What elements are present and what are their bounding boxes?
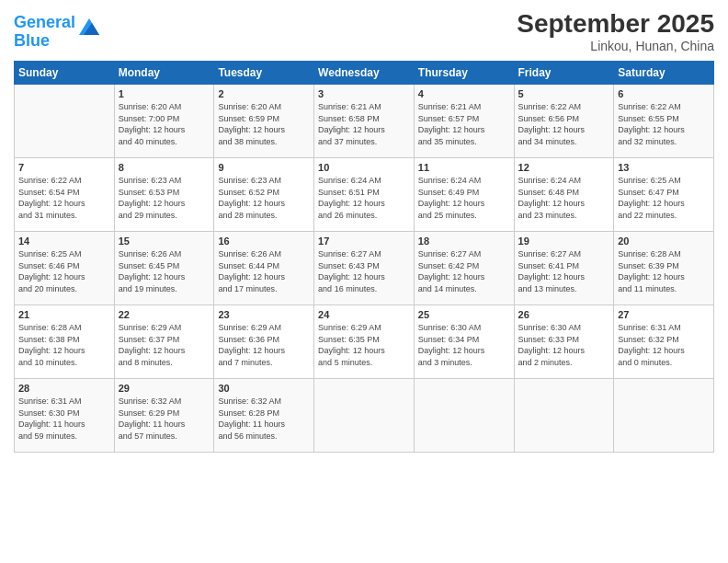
calendar-cell [15,85,115,158]
main-title: September 2025 [517,9,714,39]
day-number: 13 [618,162,710,173]
day-number: 19 [518,236,610,247]
calendar-cell [614,379,714,453]
calendar-cell: 18Sunrise: 6:27 AM Sunset: 6:42 PM Dayli… [414,232,514,305]
week-row-4: 21Sunrise: 6:28 AM Sunset: 6:38 PM Dayli… [15,305,714,379]
day-number: 1 [119,88,210,99]
calendar-cell: 26Sunrise: 6:30 AM Sunset: 6:33 PM Dayli… [514,305,614,379]
day-info: Sunrise: 6:21 AM Sunset: 6:57 PM Dayligh… [418,101,510,147]
day-number: 14 [18,236,110,247]
day-info: Sunrise: 6:29 AM Sunset: 6:37 PM Dayligh… [119,322,210,368]
calendar-cell: 23Sunrise: 6:29 AM Sunset: 6:36 PM Dayli… [214,305,314,379]
day-info: Sunrise: 6:22 AM Sunset: 6:56 PM Dayligh… [518,101,610,147]
logo-icon [79,18,99,39]
day-number: 29 [119,383,210,394]
calendar-cell [314,379,415,453]
calendar-cell: 5Sunrise: 6:22 AM Sunset: 6:56 PM Daylig… [514,85,614,158]
calendar-table: SundayMondayTuesdayWednesdayThursdayFrid… [14,61,714,453]
calendar-cell: 16Sunrise: 6:26 AM Sunset: 6:44 PM Dayli… [214,232,314,305]
week-row-5: 28Sunrise: 6:31 AM Sunset: 6:30 PM Dayli… [15,379,714,453]
day-info: Sunrise: 6:27 AM Sunset: 6:43 PM Dayligh… [318,248,410,294]
logo-line2: Blue [14,31,50,50]
day-number: 25 [418,309,510,320]
day-number: 2 [218,88,310,99]
subtitle: Linkou, Hunan, China [517,39,714,53]
calendar-cell: 13Sunrise: 6:25 AM Sunset: 6:47 PM Dayli… [614,158,714,232]
calendar-cell: 25Sunrise: 6:30 AM Sunset: 6:34 PM Dayli… [414,305,514,379]
column-header-wednesday: Wednesday [314,62,415,85]
column-header-tuesday: Tuesday [214,62,314,85]
day-number: 27 [618,309,710,320]
day-number: 20 [618,236,710,247]
calendar-cell: 24Sunrise: 6:29 AM Sunset: 6:35 PM Dayli… [314,305,415,379]
logo: General Blue [14,14,99,51]
calendar-cell: 22Sunrise: 6:29 AM Sunset: 6:37 PM Dayli… [114,305,214,379]
day-info: Sunrise: 6:31 AM Sunset: 6:30 PM Dayligh… [18,396,110,442]
column-header-monday: Monday [114,62,214,85]
day-info: Sunrise: 6:24 AM Sunset: 6:49 PM Dayligh… [418,175,510,221]
day-info: Sunrise: 6:28 AM Sunset: 6:39 PM Dayligh… [618,248,710,294]
day-number: 11 [418,162,510,173]
day-info: Sunrise: 6:29 AM Sunset: 6:36 PM Dayligh… [218,322,310,368]
day-info: Sunrise: 6:22 AM Sunset: 6:55 PM Dayligh… [618,101,710,147]
calendar-cell: 6Sunrise: 6:22 AM Sunset: 6:55 PM Daylig… [614,85,714,158]
calendar-cell: 20Sunrise: 6:28 AM Sunset: 6:39 PM Dayli… [614,232,714,305]
calendar-cell: 14Sunrise: 6:25 AM Sunset: 6:46 PM Dayli… [15,232,115,305]
calendar-cell [514,379,614,453]
day-info: Sunrise: 6:27 AM Sunset: 6:41 PM Dayligh… [518,248,610,294]
day-number: 21 [18,309,110,320]
week-row-3: 14Sunrise: 6:25 AM Sunset: 6:46 PM Dayli… [15,232,714,305]
calendar-cell: 11Sunrise: 6:24 AM Sunset: 6:49 PM Dayli… [414,158,514,232]
day-number: 26 [518,309,610,320]
calendar-cell: 1Sunrise: 6:20 AM Sunset: 7:00 PM Daylig… [114,85,214,158]
calendar-cell: 3Sunrise: 6:21 AM Sunset: 6:58 PM Daylig… [314,85,415,158]
week-row-2: 7Sunrise: 6:22 AM Sunset: 6:54 PM Daylig… [15,158,714,232]
calendar-cell: 15Sunrise: 6:26 AM Sunset: 6:45 PM Dayli… [114,232,214,305]
day-info: Sunrise: 6:29 AM Sunset: 6:35 PM Dayligh… [318,322,410,368]
day-info: Sunrise: 6:26 AM Sunset: 6:44 PM Dayligh… [218,248,310,294]
calendar-cell: 8Sunrise: 6:23 AM Sunset: 6:53 PM Daylig… [114,158,214,232]
day-number: 8 [119,162,210,173]
day-number: 28 [18,383,110,394]
day-info: Sunrise: 6:23 AM Sunset: 6:53 PM Dayligh… [119,175,210,221]
day-info: Sunrise: 6:24 AM Sunset: 6:48 PM Dayligh… [518,175,610,221]
day-info: Sunrise: 6:24 AM Sunset: 6:51 PM Dayligh… [318,175,410,221]
day-number: 22 [119,309,210,320]
calendar-cell: 10Sunrise: 6:24 AM Sunset: 6:51 PM Dayli… [314,158,415,232]
day-number: 15 [119,236,210,247]
day-number: 17 [318,236,410,247]
day-number: 16 [218,236,310,247]
day-info: Sunrise: 6:28 AM Sunset: 6:38 PM Dayligh… [18,322,110,368]
calendar-cell: 2Sunrise: 6:20 AM Sunset: 6:59 PM Daylig… [214,85,314,158]
calendar-cell: 27Sunrise: 6:31 AM Sunset: 6:32 PM Dayli… [614,305,714,379]
day-number: 7 [18,162,110,173]
day-info: Sunrise: 6:25 AM Sunset: 6:46 PM Dayligh… [18,248,110,294]
day-number: 18 [418,236,510,247]
day-info: Sunrise: 6:27 AM Sunset: 6:42 PM Dayligh… [418,248,510,294]
day-info: Sunrise: 6:25 AM Sunset: 6:47 PM Dayligh… [618,175,710,221]
day-number: 30 [218,383,310,394]
column-header-sunday: Sunday [15,62,115,85]
week-row-1: 1Sunrise: 6:20 AM Sunset: 7:00 PM Daylig… [15,85,714,158]
calendar-cell: 17Sunrise: 6:27 AM Sunset: 6:43 PM Dayli… [314,232,415,305]
logo-text: General Blue [14,14,75,51]
day-number: 4 [418,88,510,99]
column-header-friday: Friday [514,62,614,85]
day-info: Sunrise: 6:20 AM Sunset: 7:00 PM Dayligh… [119,101,210,147]
calendar-header-row: SundayMondayTuesdayWednesdayThursdayFrid… [15,62,714,85]
day-info: Sunrise: 6:30 AM Sunset: 6:34 PM Dayligh… [418,322,510,368]
day-number: 9 [218,162,310,173]
day-info: Sunrise: 6:26 AM Sunset: 6:45 PM Dayligh… [119,248,210,294]
day-info: Sunrise: 6:21 AM Sunset: 6:58 PM Dayligh… [318,101,410,147]
title-block: September 2025 Linkou, Hunan, China [517,9,714,53]
column-header-saturday: Saturday [614,62,714,85]
logo-line1: General [14,13,75,31]
calendar-cell: 12Sunrise: 6:24 AM Sunset: 6:48 PM Dayli… [514,158,614,232]
day-number: 5 [518,88,610,99]
calendar-cell: 9Sunrise: 6:23 AM Sunset: 6:52 PM Daylig… [214,158,314,232]
calendar-cell: 19Sunrise: 6:27 AM Sunset: 6:41 PM Dayli… [514,232,614,305]
column-header-thursday: Thursday [414,62,514,85]
calendar-cell: 30Sunrise: 6:32 AM Sunset: 6:28 PM Dayli… [214,379,314,453]
day-info: Sunrise: 6:20 AM Sunset: 6:59 PM Dayligh… [218,101,310,147]
calendar-cell: 4Sunrise: 6:21 AM Sunset: 6:57 PM Daylig… [414,85,514,158]
